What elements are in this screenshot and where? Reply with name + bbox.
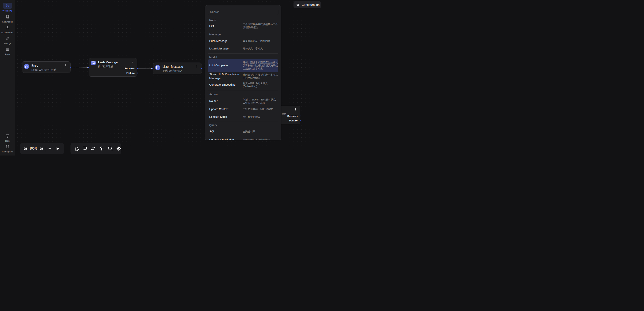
kebab-dot [197, 67, 197, 67]
sidebar-item-label: Environment [1, 31, 14, 34]
upload-icon [3, 24, 12, 30]
node-push-message[interactable]: Push Message 推送歡迎訊息 Success Failure [88, 58, 138, 77]
zoom-level: 100% [30, 147, 37, 150]
section-title: Action [209, 93, 277, 96]
picker-item-name: SQL [209, 129, 243, 134]
section-divider [208, 91, 278, 91]
section-divider [208, 53, 278, 54]
sidebar-item-workspace[interactable]: Workspace [0, 144, 15, 153]
picker-item-description: 查詢資料庫 [243, 130, 278, 133]
picker-item-description: 透過自然語言檢索知識庫 [243, 138, 278, 140]
picker-item-name: Push Message [209, 39, 243, 43]
picker-item-exit[interactable]: Exit工作流程的終點或接續其他工作流程的傳送點 [208, 21, 278, 31]
picker-item-execute-script[interactable]: Execute Script執行客製化腳本 [208, 113, 278, 121]
node-title: Entry [32, 64, 64, 68]
home-plus-icon [24, 64, 29, 69]
kebab-dot [66, 66, 66, 66]
add-node-button[interactable] [47, 145, 53, 152]
section-divider [208, 31, 278, 31]
zoom-out-icon[interactable] [22, 145, 28, 152]
picker-item-description: 呼叫大型語言模型並產生結構化的資料輸出以輔助流程的決策或生成自然語言輸出 [243, 61, 278, 70]
picker-item-retrieve-knowledge[interactable]: Retrieve Knowledge透過自然語言檢索知識庫 [208, 136, 278, 140]
run-workflow-button[interactable] [55, 145, 61, 152]
picker-item-listen-message[interactable]: Listen Message等待訊息內容輸入 [208, 45, 278, 52]
sidebar: WorkflowsKnowledgeEnvironmentSettingsApp… [0, 0, 15, 155]
sidebar-item-label: Workflows [2, 9, 12, 12]
idea-reload-icon[interactable] [98, 145, 104, 152]
picker-item-description: 呼叫大型語言模型並產生串流式的自然語言輸出 [243, 73, 278, 79]
picker-item-name: Execute Script [209, 115, 243, 119]
node-subtitle: Node: 工作流程的起點 [32, 68, 64, 72]
picker-item-name: Listen Message [209, 46, 243, 51]
sidebar-item-label: Help [5, 139, 10, 142]
kebab-dot [295, 108, 296, 109]
gear-icon [296, 3, 300, 7]
kebab-menu-icon[interactable] [132, 61, 133, 63]
home-plus-icon[interactable] [74, 145, 80, 152]
node-text: Entry Node: 工作流程的起點 [32, 64, 64, 72]
picker-item-description: 執行客製化腳本 [243, 115, 278, 119]
sidebar-item-apps[interactable]: Apps [0, 46, 15, 56]
sidebar-item-environment[interactable]: Environment [0, 24, 15, 34]
gear-outline-icon [3, 144, 12, 150]
chat-bubble-icon[interactable] [82, 145, 88, 152]
sidebar-item-label: Knowledge [2, 20, 13, 23]
kebab-menu-icon[interactable] [197, 65, 197, 67]
kebab-dot [66, 65, 66, 65]
sidebar-top-items: WorkflowsKnowledgeEnvironmentSettingsApp… [0, 3, 15, 56]
kebab-dot [66, 64, 66, 65]
sidebar-item-settings[interactable]: Settings [0, 35, 15, 45]
sidebar-item-help[interactable]: Help [0, 133, 15, 142]
node-subtitle-fragment: 應內 [282, 112, 286, 116]
help-circle-icon [3, 133, 12, 139]
zoom-in-icon[interactable] [38, 145, 44, 152]
picker-item-description: 將文字轉化為向量嵌入 (Embedding) [243, 82, 278, 88]
output-label-success: Success [124, 67, 134, 70]
folder-open-icon [3, 3, 12, 9]
picker-item-description: 依據If、Else If、Else條件決定工作流程執行的路徑 [243, 98, 278, 104]
kebab-dot [197, 65, 197, 66]
sidebar-item-label: Workspace [2, 150, 13, 153]
section-title: Query [209, 123, 277, 127]
book-icon [3, 14, 12, 20]
sidebar-item-workflows[interactable]: Workflows [0, 3, 15, 12]
kebab-dot [295, 109, 296, 110]
output-label-success: Success [287, 114, 298, 118]
picker-item-sql[interactable]: SQL查詢資料庫 [208, 128, 278, 135]
picker-item-update-context[interactable]: Update Context用於更新內容，初始化變數 [208, 105, 278, 113]
kebab-dot [197, 66, 197, 67]
search-icon[interactable] [107, 145, 113, 152]
kebab-dot [295, 110, 296, 110]
picker-item-generate-embedding[interactable]: Generate Embedding將文字轉化為向量嵌入 (Embedding) [208, 80, 278, 90]
node-listen-message[interactable]: Listen Message 等待訊息內容輸入 [153, 62, 202, 74]
node-picker-body: NodeExit工作流程的終點或接續其他工作流程的傳送點MessagePush … [208, 18, 278, 140]
picker-item-name: Generate Embedding [209, 83, 243, 87]
section-title: Message [209, 33, 277, 36]
picker-item-name: Router [209, 99, 243, 103]
node-entry[interactable]: Entry Node: 工作流程的起點 [22, 61, 71, 73]
picker-item-name: LLM Completion [209, 63, 243, 67]
kebab-dot [132, 62, 133, 63]
kebab-dot [132, 61, 133, 61]
grid-dots-icon [3, 46, 12, 52]
move-icon[interactable] [116, 145, 122, 152]
picker-item-push-message[interactable]: Push Message直接輸出訊息的回應內容 [208, 37, 278, 45]
kebab-menu-icon[interactable] [295, 108, 296, 110]
tools-toolbar [70, 143, 121, 154]
picker-item-description: 直接輸出訊息的回應內容 [243, 39, 278, 42]
picker-item-name: Exit [209, 24, 243, 28]
node-subtitle: 等待訊息內容輸入 [162, 69, 195, 73]
zoom-toolbar: 100% [20, 143, 64, 154]
picker-item-name: Update Context [209, 107, 243, 111]
sidebar-item-label: Settings [4, 42, 11, 45]
sidebar-item-knowledge[interactable]: Knowledge [0, 14, 15, 23]
swap-arrows-icon[interactable] [90, 145, 96, 152]
picker-item-llm-completion[interactable]: LLM Completion呼叫大型語言模型並產生結構化的資料輸出以輔助流程的決… [208, 59, 278, 72]
section-divider [208, 122, 278, 122]
kebab-menu-icon[interactable] [66, 64, 66, 66]
picker-item-router[interactable]: Router依據If、Else If、Else條件決定工作流程執行的路徑 [208, 96, 278, 106]
search-input[interactable] [208, 9, 278, 15]
node-title: Push Message [98, 60, 130, 64]
picker-item-description: 用於更新內容，初始化變數 [243, 108, 278, 111]
configuration-button[interactable]: Configuration [294, 1, 321, 8]
